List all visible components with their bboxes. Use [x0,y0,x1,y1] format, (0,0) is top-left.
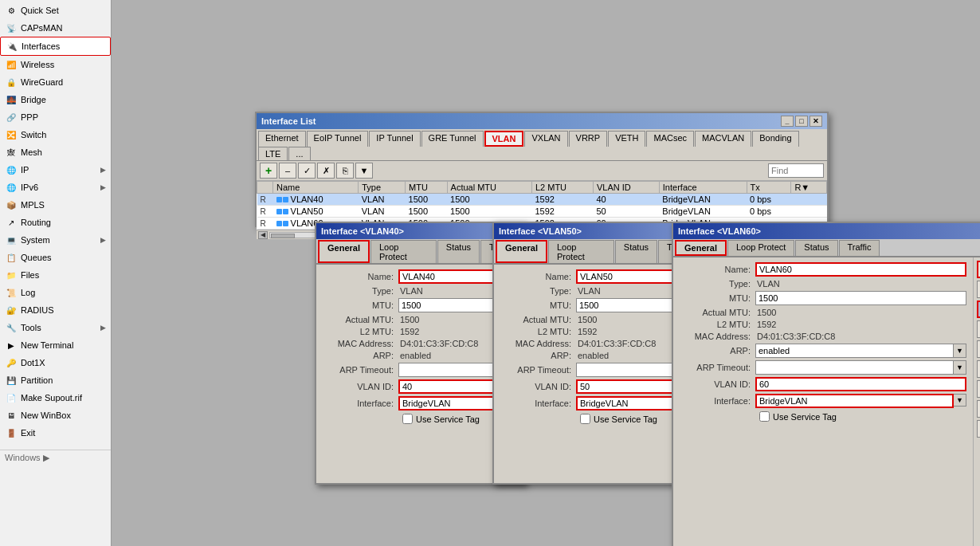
tab-lte[interactable]: LTE [258,147,288,160]
minimize-button[interactable]: _ [781,116,794,127]
col-name[interactable]: Name [273,182,359,194]
vlan60-arp-select[interactable]: enabled ▼ [755,344,966,358]
cancel-button[interactable]: Cancel [977,281,980,298]
vlan40-tab-loop-protect[interactable]: Loop Protect [370,240,437,263]
vlan50-titlebar[interactable]: Interface <VLAN50> ✕ [494,223,702,239]
tab-more[interactable]: ... [288,147,310,160]
vlan60-interface-arrow[interactable]: ▼ [954,394,966,407]
vlan60-tab-general[interactable]: General [675,240,727,256]
vlan60-titlebar[interactable]: Interface <VLAN60> _ □ ✕ [673,223,980,239]
vlan60-interface-input[interactable] [755,394,954,408]
sidebar-item-new-terminal[interactable]: ▶ New Terminal [0,336,111,354]
vlan50-tab-loop-protect[interactable]: Loop Protect [548,240,614,263]
sidebar-item-exit[interactable]: 🚪 Exit [0,424,111,442]
tab-gre[interactable]: GRE Tunnel [421,131,484,147]
sidebar-item-ip[interactable]: 🌐 IP ▶ [0,161,111,179]
vlan40-service-tag-checkbox[interactable] [402,414,413,424]
close-button[interactable]: ✕ [809,116,822,127]
vlan60-arp-dropdown-arrow[interactable]: ▼ [953,344,966,357]
sidebar-item-interfaces[interactable]: 🔌 Interfaces [0,37,111,56]
sidebar-item-make-supout[interactable]: 📄 Make Supout.rif [0,389,111,407]
add-button[interactable]: + [260,163,277,179]
col-actual-mtu[interactable]: Actual MTU [447,182,531,194]
tab-bonding[interactable]: Bonding [752,131,798,147]
tab-vxlan[interactable]: VXLAN [524,131,567,147]
disable-button[interactable]: Disable [977,320,980,338]
col-r[interactable]: R▼ [791,182,827,194]
tab-macsec[interactable]: MACsec [646,131,694,147]
vlan50-tab-general[interactable]: General [496,240,547,263]
vlan60-vlanid-input[interactable] [755,377,966,391]
sidebar-item-system[interactable]: 💻 System ▶ [0,231,111,249]
col-l2mtu[interactable]: L2 MTU [531,182,593,194]
torch-button[interactable]: Torch [977,400,980,418]
filter-button[interactable]: ▼ [355,163,373,179]
sidebar-item-routing[interactable]: ↗ Routing [0,214,111,231]
vlan60-service-tag-checkbox[interactable] [759,411,770,422]
sidebar-item-ipv6[interactable]: 🌐 IPv6 ▶ [0,179,111,196]
vlan60-type-value: VLAN [755,279,966,289]
col-type[interactable]: Type [359,182,406,194]
copy-button[interactable]: Copy [977,360,980,378]
comment-button[interactable]: Comment [977,340,980,358]
find-input[interactable] [768,163,824,178]
sidebar-item-quick-set[interactable]: ⚙ Quick Set [0,2,111,19]
sidebar-item-mpls[interactable]: 📦 MPLS [0,196,111,214]
vlan60-tab-loop-protect[interactable]: Loop Protect [727,240,794,256]
tab-vrrp[interactable]: VRRP [569,131,608,147]
sidebar-item-label: Files [21,270,39,280]
vlan60-name-input[interactable] [755,262,966,277]
sidebar-item-capsman[interactable]: 📡 CAPsMAN [0,19,111,37]
vlan40-tab-general[interactable]: General [318,240,370,263]
tab-ip-tunnel[interactable]: IP Tunnel [369,131,420,147]
vlan50-service-tag-checkbox[interactable] [580,414,590,424]
table-row[interactable]: R VLAN50 VLAN 1500 1500 1592 50 BridgeVL… [257,206,827,218]
edit-button[interactable]: ✗ [317,163,335,179]
tab-veth[interactable]: VETH [608,131,645,147]
sidebar-item-partition[interactable]: 💾 Partition [0,371,111,389]
col-interface[interactable]: Interface [659,182,747,194]
sidebar-item-tools[interactable]: 🔧 Tools ▶ [0,319,111,336]
ok-button[interactable]: OK [977,261,980,278]
remove-button[interactable]: Remove [977,380,980,398]
interface-list-titlebar[interactable]: Interface List _ □ ✕ [257,113,827,129]
sidebar-item-switch[interactable]: 🔀 Switch [0,126,111,143]
vlan50-interface-row: Interface: [500,396,696,410]
vlan60-tab-traffic[interactable]: Traffic [839,240,880,256]
vlan60-mtu-input[interactable] [755,291,966,305]
copy-toolbar-button[interactable]: ⎘ [336,163,354,179]
vlan40-tab-status[interactable]: Status [437,240,480,263]
sidebar-item-bridge[interactable]: 🌉 Bridge [0,91,111,108]
remove-toolbar-button[interactable]: – [279,163,296,179]
sidebar-item-new-winbox[interactable]: 🖥 New WinBox [0,407,111,424]
col-mtu[interactable]: MTU [406,182,448,194]
tab-eoip[interactable]: EoIP Tunnel [307,131,369,147]
tab-vlan[interactable]: VLAN [484,131,524,147]
maximize-button[interactable]: □ [795,116,808,127]
sidebar-item-log[interactable]: 📜 Log [0,284,111,301]
vlan60-arp-timeout-arrow[interactable]: ▼ [953,361,966,374]
vlan60-arp-timeout-select[interactable]: ▼ [755,360,966,375]
partition-icon: 💾 [5,374,18,387]
vlan50-tab-status[interactable]: Status [615,240,657,263]
col-vlan-id[interactable]: VLAN ID [593,182,659,194]
apply-button[interactable]: Apply [977,300,980,318]
sidebar-item-files[interactable]: 📁 Files [0,266,111,284]
sidebar-item-dot1x[interactable]: 🔑 Dot1X [0,354,111,371]
scroll-left-btn[interactable]: ◀ [258,231,268,239]
vlan60-tab-status[interactable]: Status [795,240,837,256]
tab-ethernet[interactable]: Ethernet [258,131,306,147]
check-button[interactable]: ✓ [298,163,316,179]
sidebar-item-label: WireGuard [21,77,63,87]
sidebar-item-ppp[interactable]: 🔗 PPP [0,108,111,126]
tab-macvlan[interactable]: MACVLAN [695,131,751,147]
reset-traffic-button[interactable]: Reset Traffic Counters [977,420,980,438]
col-tx[interactable]: Tx [747,182,791,194]
sidebar-item-wireless[interactable]: 📶 Wireless [0,56,111,73]
table-row[interactable]: R VLAN40 VLAN 1500 1500 1592 40 BridgeVL… [257,194,827,206]
sidebar-item-wireguard[interactable]: 🔒 WireGuard [0,73,111,91]
sidebar-item-queues[interactable]: 📋 Queues [0,249,111,266]
sidebar-item-mesh[interactable]: 🕸 Mesh [0,143,111,161]
sidebar-item-radius[interactable]: 🔐 RADIUS [0,301,111,319]
col-status[interactable] [257,182,273,194]
